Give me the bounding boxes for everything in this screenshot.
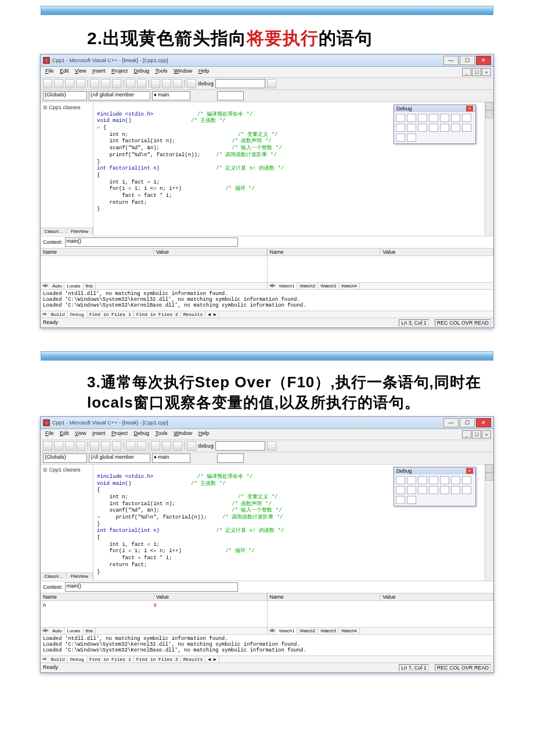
mdi-minimize[interactable]: _ bbox=[462, 68, 471, 76]
menu-view[interactable]: View bbox=[73, 430, 88, 436]
memory-icon[interactable] bbox=[462, 124, 471, 132]
menu-project[interactable]: Project bbox=[109, 68, 130, 74]
copy-button[interactable] bbox=[101, 441, 110, 451]
globals-combo[interactable]: (Globals) bbox=[43, 453, 87, 463]
minimize-button[interactable]: — bbox=[443, 56, 459, 65]
saveall-button[interactable] bbox=[76, 79, 85, 88]
registers-icon[interactable] bbox=[451, 486, 460, 494]
findinfiles-button[interactable] bbox=[173, 441, 182, 451]
out-tab-debug-2[interactable]: Debug bbox=[68, 656, 87, 663]
disasm-icon[interactable] bbox=[407, 134, 416, 142]
locals-rows[interactable] bbox=[41, 256, 267, 282]
titlebar-2[interactable]: Cpp1 - Microsoft Visual C++ - [break] - … bbox=[41, 417, 493, 429]
function-combo[interactable]: ♦ main bbox=[152, 453, 190, 463]
mdi-minimize[interactable]: _ bbox=[462, 430, 471, 438]
context-combo[interactable]: main() bbox=[65, 237, 238, 247]
out-tab-build-2[interactable]: Build bbox=[49, 656, 68, 663]
undo-button[interactable] bbox=[126, 79, 135, 88]
debug-close-icon[interactable]: × bbox=[466, 106, 473, 111]
disasm-icon[interactable] bbox=[407, 496, 416, 504]
open-button[interactable] bbox=[54, 79, 63, 88]
tab-watch4[interactable]: Watch4 bbox=[339, 283, 360, 289]
restart-icon[interactable] bbox=[396, 114, 405, 122]
tab-classview[interactable]: ClassV... bbox=[41, 228, 67, 235]
watch-rows[interactable] bbox=[268, 256, 494, 282]
findinfiles-button[interactable] bbox=[173, 79, 182, 88]
tab-watch2-2[interactable]: Watch2 bbox=[297, 628, 318, 634]
tab-locals[interactable]: Locals bbox=[64, 283, 83, 289]
tab-watch3-2[interactable]: Watch3 bbox=[318, 628, 339, 634]
restart-icon[interactable] bbox=[396, 476, 405, 484]
minimize-button[interactable]: — bbox=[443, 418, 459, 427]
menu-insert[interactable]: Insert bbox=[90, 430, 108, 436]
debug-close-icon[interactable]: × bbox=[466, 468, 473, 474]
variables-icon[interactable] bbox=[440, 124, 449, 132]
find-combo[interactable] bbox=[215, 79, 265, 88]
output-lines-2[interactable]: Loaded 'ntdll.dll', no matching symbolic… bbox=[41, 635, 493, 656]
locals-rows-2[interactable]: n9 bbox=[41, 601, 267, 627]
save-button[interactable] bbox=[65, 79, 74, 88]
mdi-close[interactable]: × bbox=[482, 68, 491, 76]
watch-icon[interactable] bbox=[429, 124, 438, 132]
watch-icon[interactable] bbox=[429, 486, 438, 494]
undo-button[interactable] bbox=[126, 441, 135, 451]
debug-toolbar-2[interactable]: Debug× bbox=[394, 467, 476, 506]
break-icon[interactable] bbox=[418, 114, 427, 122]
saveall-button[interactable] bbox=[76, 441, 85, 451]
function-combo[interactable]: ♦ main bbox=[152, 91, 190, 100]
redo-button[interactable] bbox=[137, 79, 146, 88]
tab-watch2[interactable]: Watch2 bbox=[297, 283, 318, 289]
out-tab-find2[interactable]: Find in Files 2 bbox=[134, 311, 181, 318]
stop-icon[interactable] bbox=[407, 476, 416, 484]
menu-view[interactable]: View bbox=[73, 68, 88, 74]
config-combo[interactable]: debug bbox=[198, 81, 214, 87]
menu-help[interactable]: Help bbox=[196, 430, 212, 436]
menu-edit[interactable]: Edit bbox=[57, 68, 71, 74]
out-tab-build[interactable]: Build bbox=[49, 311, 68, 318]
debug-toolbar[interactable]: Debug× bbox=[394, 105, 476, 144]
out-tab-results[interactable]: Results bbox=[181, 311, 206, 318]
run-to-icon[interactable] bbox=[407, 486, 416, 494]
apply-icon[interactable] bbox=[429, 476, 438, 484]
step-into-icon[interactable] bbox=[451, 114, 460, 122]
out-tab-find2-2[interactable]: Find in Files 2 bbox=[134, 656, 181, 663]
watch-rows-2[interactable] bbox=[268, 601, 494, 627]
workspace-button[interactable] bbox=[151, 441, 160, 451]
next-stmt-icon[interactable] bbox=[440, 114, 449, 122]
paste-button[interactable] bbox=[112, 441, 121, 451]
mdi-restore[interactable]: ☐ bbox=[472, 68, 481, 76]
class-tree[interactable]: Cpp1 classes bbox=[41, 102, 93, 113]
break-icon[interactable] bbox=[418, 476, 427, 484]
menu-tools[interactable]: Tools bbox=[153, 68, 170, 74]
menu-debug[interactable]: Debug bbox=[132, 430, 152, 436]
output-button[interactable] bbox=[162, 441, 171, 451]
callstack-icon[interactable] bbox=[396, 496, 405, 504]
context-combo-2[interactable]: main() bbox=[65, 582, 238, 592]
tab-classview[interactable]: ClassV... bbox=[41, 573, 67, 579]
find-combo[interactable] bbox=[215, 441, 265, 451]
new-button[interactable] bbox=[43, 441, 52, 451]
redo-button[interactable] bbox=[137, 441, 146, 451]
menu-debug[interactable]: Debug bbox=[132, 68, 152, 74]
maximize-button[interactable]: ☐ bbox=[460, 56, 475, 65]
config-combo[interactable]: debug bbox=[198, 443, 214, 449]
out-tab-debug[interactable]: Debug bbox=[68, 311, 87, 318]
editor-scrollbar-2[interactable] bbox=[485, 465, 493, 581]
tab-locals-2[interactable]: Locals bbox=[64, 628, 83, 634]
tab-watch4-2[interactable]: Watch4 bbox=[339, 628, 360, 634]
mdi-restore[interactable]: ☐ bbox=[472, 430, 481, 438]
menu-project[interactable]: Project bbox=[109, 430, 130, 436]
step-out-icon[interactable] bbox=[396, 486, 405, 494]
paste-button[interactable] bbox=[112, 79, 121, 88]
menu-window[interactable]: Window bbox=[171, 68, 194, 74]
step-over-icon[interactable] bbox=[462, 114, 471, 122]
step-into-icon[interactable] bbox=[451, 476, 460, 484]
variables-icon[interactable] bbox=[440, 486, 449, 494]
tab-auto[interactable]: Auto bbox=[50, 283, 64, 289]
members-combo[interactable]: (All global member bbox=[89, 453, 150, 463]
class-tree-2[interactable]: Cpp1 classes bbox=[41, 465, 93, 475]
members-combo[interactable]: (All global member bbox=[89, 91, 150, 100]
find-icon[interactable] bbox=[187, 79, 196, 88]
tree-root[interactable]: Cpp1 classes bbox=[43, 105, 91, 110]
step-over-icon[interactable] bbox=[462, 476, 471, 484]
